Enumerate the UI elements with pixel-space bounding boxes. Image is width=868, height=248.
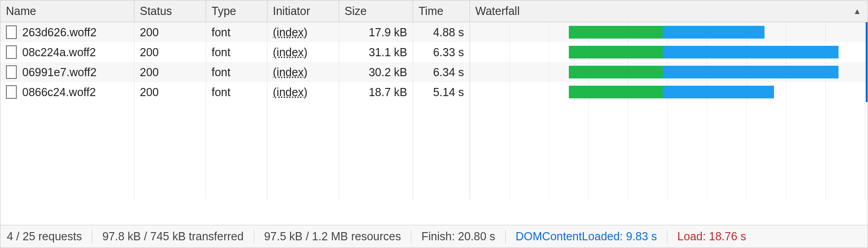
- status-transferred: 97.8 kB / 745 kB transferred: [102, 230, 243, 243]
- cell-status: 200: [134, 62, 206, 82]
- file-icon: [6, 25, 17, 39]
- cell-time: 5.14 s: [413, 82, 470, 102]
- waterfall-bar[interactable]: [569, 86, 774, 98]
- file-icon: [6, 85, 17, 99]
- cell-type: font: [206, 82, 267, 102]
- file-name: 08c224a.woff2: [22, 46, 96, 59]
- cell-size: 30.2 kB: [339, 62, 413, 82]
- cell-name: 0866c24.woff2: [0, 82, 134, 102]
- cell-initiator: (index): [267, 62, 339, 82]
- waterfall-waiting-segment: [569, 66, 663, 78]
- file-icon: [6, 65, 17, 79]
- cell-status: 200: [134, 82, 206, 102]
- cell-name: 08c224a.woff2: [0, 42, 134, 62]
- col-size[interactable]: Size: [339, 0, 413, 22]
- table-row[interactable]: 08c224a.woff2200font(index)31.1 kB6.33 s: [0, 42, 868, 62]
- col-status[interactable]: Status: [134, 0, 206, 22]
- cell-status: 200: [134, 42, 206, 62]
- file-name: 0866c24.woff2: [22, 86, 96, 99]
- waterfall-download-segment: [663, 26, 764, 39]
- cell-waterfall: [470, 42, 868, 62]
- cell-time: 4.88 s: [413, 22, 470, 42]
- status-bar: 4 / 25 requests 97.8 kB / 745 kB transfe…: [0, 225, 868, 248]
- col-initiator[interactable]: Initiator: [267, 0, 339, 22]
- cell-initiator: (index): [267, 22, 339, 42]
- status-finish: Finish: 20.80 s: [421, 230, 495, 243]
- cell-initiator: (index): [267, 42, 339, 62]
- table-empty-area: [0, 102, 868, 199]
- cell-size: 17.9 kB: [339, 22, 413, 42]
- cell-waterfall: [470, 62, 868, 82]
- file-name: 06991e7.woff2: [22, 66, 97, 79]
- sort-asc-icon: ▲: [853, 6, 861, 16]
- waterfall-waiting-segment: [569, 26, 663, 39]
- waterfall-track: [470, 62, 868, 82]
- cell-type: font: [206, 62, 267, 82]
- cell-time: 6.34 s: [413, 62, 470, 82]
- table-row[interactable]: 263d626.woff2200font(index)17.9 kB4.88 s: [0, 22, 868, 42]
- waterfall-download-segment: [663, 46, 838, 58]
- cell-status: 200: [134, 22, 206, 42]
- waterfall-track: [470, 42, 868, 62]
- waterfall-bar[interactable]: [569, 66, 838, 78]
- waterfall-download-segment: [663, 86, 774, 98]
- waterfall-track: [470, 22, 868, 42]
- cell-initiator: (index): [267, 82, 339, 102]
- waterfall-track: [470, 82, 868, 102]
- initiator-link[interactable]: (index): [273, 86, 307, 99]
- cell-type: font: [206, 22, 267, 42]
- status-requests: 4 / 25 requests: [7, 230, 82, 243]
- table-body: 263d626.woff2200font(index)17.9 kB4.88 s…: [0, 22, 868, 225]
- cell-size: 18.7 kB: [339, 82, 413, 102]
- waterfall-waiting-segment: [569, 46, 663, 58]
- waterfall-bar[interactable]: [569, 26, 764, 39]
- cell-size: 31.1 kB: [339, 42, 413, 62]
- waterfall-waiting-segment: [569, 86, 663, 98]
- col-type[interactable]: Type: [206, 0, 267, 22]
- cell-time: 6.33 s: [413, 42, 470, 62]
- cell-name: 06991e7.woff2: [0, 62, 134, 82]
- waterfall-bar[interactable]: [569, 46, 838, 58]
- col-time[interactable]: Time: [413, 0, 470, 22]
- cell-waterfall: [470, 22, 868, 42]
- col-waterfall-label: Waterfall: [475, 5, 520, 18]
- table-row[interactable]: 0866c24.woff2200font(index)18.7 kB5.14 s: [0, 82, 868, 102]
- file-icon: [6, 45, 17, 59]
- initiator-link[interactable]: (index): [273, 46, 307, 59]
- network-panel: Name Status Type Initiator Size Time Wat…: [0, 0, 868, 248]
- cell-waterfall: [470, 82, 868, 102]
- cell-name: 263d626.woff2: [0, 22, 134, 42]
- cell-type: font: [206, 42, 267, 62]
- initiator-link[interactable]: (index): [273, 66, 307, 79]
- col-waterfall[interactable]: Waterfall ▲: [470, 0, 868, 22]
- status-resources: 97.5 kB / 1.2 MB resources: [264, 230, 401, 243]
- status-dcl: DOMContentLoaded: 9.83 s: [516, 230, 657, 243]
- initiator-link[interactable]: (index): [273, 26, 307, 39]
- table-row[interactable]: 06991e7.woff2200font(index)30.2 kB6.34 s: [0, 62, 868, 82]
- col-name[interactable]: Name: [0, 0, 134, 22]
- waterfall-download-segment: [663, 66, 838, 78]
- status-load: Load: 18.76 s: [677, 230, 746, 243]
- file-name: 263d626.woff2: [22, 26, 97, 39]
- table-header: Name Status Type Initiator Size Time Wat…: [0, 0, 868, 22]
